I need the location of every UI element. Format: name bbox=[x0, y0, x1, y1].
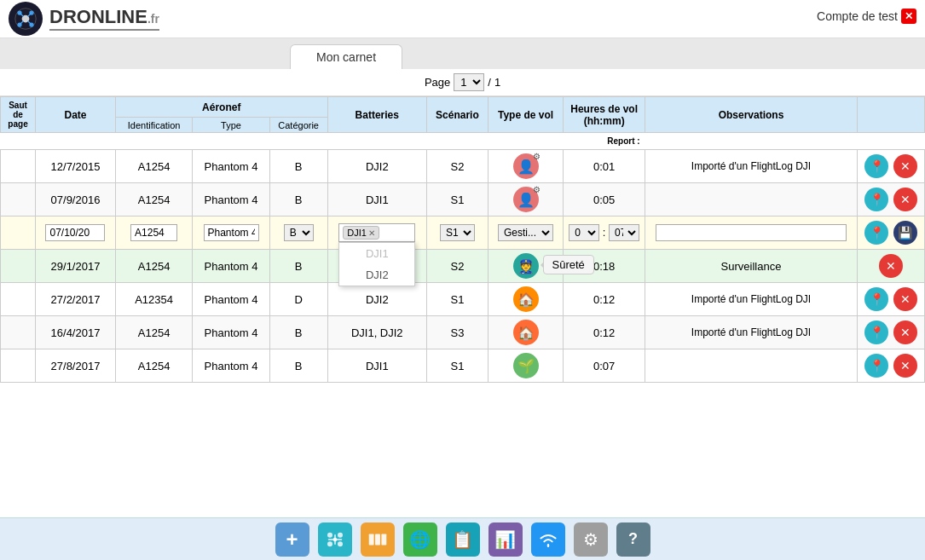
drone-button[interactable] bbox=[318, 522, 352, 557]
type-input[interactable] bbox=[204, 224, 259, 241]
typevol-cell: 👤 ⚙ bbox=[488, 150, 563, 183]
obs-cell: Importé d'un FlightLog DJI bbox=[645, 283, 858, 316]
clipboard-button[interactable]: 📋 bbox=[446, 522, 480, 557]
bat-cell: DJI2 bbox=[327, 283, 426, 316]
delete-button[interactable]: ✕ bbox=[893, 354, 917, 378]
id-cell: A1254 bbox=[115, 150, 192, 183]
page-select[interactable]: 1 bbox=[454, 73, 484, 91]
table-report-row: Report : bbox=[1, 133, 925, 150]
compte-test-area: Compte de test ✕ bbox=[817, 9, 916, 24]
col-observations: Observations bbox=[645, 97, 858, 133]
delete-button[interactable]: ✕ bbox=[893, 287, 917, 311]
col-identification: Identification bbox=[115, 118, 192, 133]
bat-cell: DJI1, DJI2 bbox=[327, 316, 426, 349]
col-heures: Heures de vol(hh:mm) bbox=[564, 97, 645, 133]
type-cell: Phantom 4 bbox=[193, 283, 269, 316]
page-separator: / bbox=[488, 76, 491, 89]
report-spacer5 bbox=[426, 133, 488, 150]
col-categorie: Catégorie bbox=[269, 118, 327, 133]
battery-dropdown-wrapper: DJI1 ✕ DJI1 DJI2 bbox=[338, 223, 415, 242]
date-cell: 27/2/2017 bbox=[36, 283, 116, 316]
action-cell: 📍 ✕ bbox=[857, 183, 924, 216]
avatar-house-icon: 🏠 bbox=[517, 325, 535, 341]
date-cell: 16/4/2017 bbox=[36, 316, 116, 349]
col-actions bbox=[857, 97, 924, 133]
close-compte-button[interactable]: ✕ bbox=[901, 9, 916, 24]
obs-cell-edit bbox=[645, 216, 858, 250]
tab-bar: Mon carnet bbox=[0, 38, 925, 69]
obs-cell bbox=[645, 183, 858, 216]
mon-carnet-tab[interactable]: Mon carnet bbox=[290, 44, 402, 69]
id-cell: A1254 bbox=[115, 183, 192, 216]
delete-button[interactable]: ✕ bbox=[879, 254, 903, 278]
compte-test-label: Compte de test bbox=[817, 9, 898, 23]
date-cell: 07/9/2016 bbox=[36, 183, 116, 216]
id-input[interactable] bbox=[130, 224, 177, 241]
svg-rect-19 bbox=[381, 534, 386, 545]
report-label: Report : bbox=[564, 133, 645, 150]
globe-button[interactable]: 🌐 bbox=[403, 522, 437, 557]
minutes-select[interactable]: 07 bbox=[609, 224, 639, 241]
map-button[interactable]: 📍 bbox=[864, 287, 888, 311]
col-type-vol: Type de vol bbox=[488, 97, 563, 133]
table-row: 27/8/2017 A1254 Phantom 4 B DJI1 S1 🌱 0:… bbox=[1, 349, 925, 383]
save-button[interactable]: 💾 bbox=[893, 221, 917, 245]
map-button[interactable]: 📍 bbox=[864, 188, 888, 211]
action-cell: ✕ bbox=[857, 250, 924, 283]
bat-cell-edit: DJI1 ✕ DJI1 DJI2 bbox=[327, 216, 426, 250]
battery-button[interactable] bbox=[361, 522, 395, 557]
report-spacer3 bbox=[115, 133, 327, 150]
map-button[interactable]: 📍 bbox=[864, 154, 888, 178]
type-cell: Phantom 4 bbox=[193, 150, 269, 183]
obs-cell: Surveillance bbox=[645, 250, 858, 283]
map-button[interactable]: 📍 bbox=[864, 320, 888, 344]
heures-cell: 0:12 bbox=[564, 283, 645, 316]
obs-input[interactable] bbox=[656, 224, 847, 241]
help-button[interactable]: ? bbox=[616, 522, 650, 557]
date-input[interactable] bbox=[45, 224, 105, 241]
map-button[interactable]: 📍 bbox=[864, 221, 888, 245]
scenario-select[interactable]: S1 bbox=[440, 224, 475, 241]
table-row: 29/1/2017 A1254 Phantom 4 B S2 👮 Sûreté … bbox=[1, 250, 925, 283]
dji1-option[interactable]: DJI1 bbox=[339, 243, 414, 264]
gear-icon: ⚙ bbox=[533, 185, 541, 194]
map-button[interactable]: 📍 bbox=[864, 354, 888, 378]
type-cell-edit bbox=[193, 216, 269, 250]
gear-icon: ⚙ bbox=[533, 152, 541, 161]
id-cell: A1254 bbox=[115, 316, 192, 349]
cat-cell-edit: B bbox=[269, 216, 327, 250]
battery-dropdown-menu: DJI1 DJI2 bbox=[338, 242, 415, 286]
settings-button[interactable]: ⚙ bbox=[574, 522, 608, 557]
battery-tag-input[interactable]: DJI1 ✕ bbox=[338, 223, 415, 242]
dji2-option[interactable]: DJI2 bbox=[339, 264, 414, 286]
tooltip: Sûreté bbox=[543, 255, 594, 274]
typevol-select[interactable]: Gesti... bbox=[498, 224, 553, 241]
chart-button[interactable]: 📊 bbox=[489, 522, 523, 557]
remove-tag-button[interactable]: ✕ bbox=[368, 228, 375, 238]
delete-button[interactable]: ✕ bbox=[893, 154, 917, 178]
type-cell: Phantom 4 bbox=[193, 316, 269, 349]
delete-button[interactable]: ✕ bbox=[893, 188, 917, 211]
col-date: Date bbox=[36, 97, 116, 133]
type-cell: Phantom 4 bbox=[193, 183, 269, 216]
typevol-cell: 🌱 bbox=[488, 349, 563, 383]
report-spacer6 bbox=[488, 133, 563, 150]
wifi-button[interactable] bbox=[531, 522, 565, 557]
saut-cell bbox=[1, 150, 36, 183]
avatar-plant-icon: 🌱 bbox=[517, 358, 535, 374]
date-cell: 27/8/2017 bbox=[36, 349, 116, 383]
svg-rect-17 bbox=[368, 534, 373, 545]
heures-cell: 0:07 bbox=[564, 349, 645, 383]
delete-button[interactable]: ✕ bbox=[893, 320, 917, 344]
bat-cell: DJI1 bbox=[327, 183, 426, 216]
hours-select[interactable]: 0 bbox=[569, 224, 599, 241]
cat-select[interactable]: B bbox=[284, 224, 314, 241]
logo-icon bbox=[9, 2, 43, 36]
logo-text: DRONLINE bbox=[49, 6, 147, 27]
typevol-cell-edit: Gesti... bbox=[488, 216, 563, 250]
add-button[interactable]: + bbox=[275, 522, 309, 557]
id-cell: A1254 bbox=[115, 250, 192, 283]
scen-cell: S2 bbox=[426, 150, 488, 183]
flight-log-table: Sautdepage Date Aéronef Batteries Scénar… bbox=[0, 96, 925, 383]
heures-cell-edit: 0 : 07 bbox=[564, 216, 645, 250]
